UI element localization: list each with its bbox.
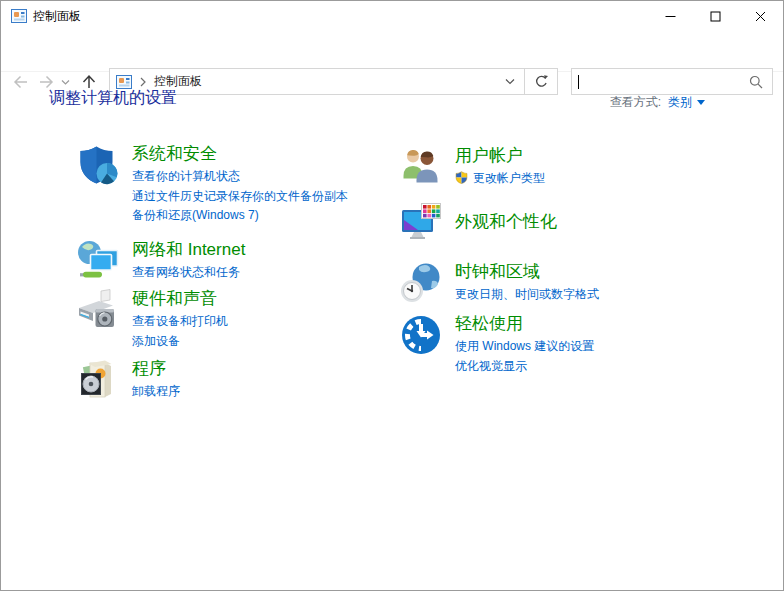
category-title-user-accounts[interactable]: 用户帐户 [455, 143, 724, 169]
window-title: 控制面板 [33, 1, 81, 31]
category-title-hardware-sound[interactable]: 硬件和声音 [132, 286, 401, 312]
category-title-clock-region[interactable]: 时钟和区域 [455, 259, 724, 285]
clock-region-icon[interactable] [399, 261, 443, 305]
category-user-accounts: 用户帐户 更改帐户类型 [399, 143, 724, 191]
link-backup-restore-win7[interactable]: 备份和还原(Windows 7) [132, 206, 401, 226]
page-title: 调整计算机的设置 [49, 87, 177, 109]
view-by-control: 查看方式: 类别 [610, 94, 705, 111]
ease-of-access-icon[interactable] [399, 313, 443, 357]
user-accounts-icon[interactable] [399, 145, 443, 189]
category-title-appearance-personalization[interactable]: 外观和个性化 [455, 209, 724, 235]
link-view-network-status[interactable]: 查看网络状态和任务 [132, 263, 401, 283]
uac-shield-icon [455, 171, 468, 191]
link-optimize-visual-display[interactable]: 优化视觉显示 [455, 357, 724, 377]
search-icon[interactable] [749, 75, 763, 89]
title-bar: 控制面板 [1, 1, 783, 31]
link-check-computer-status[interactable]: 查看你的计算机状态 [132, 167, 401, 187]
search-box[interactable] [571, 68, 773, 95]
navigation-bar: 控制面板 [1, 31, 783, 72]
link-windows-suggested-settings[interactable]: 使用 Windows 建议的设置 [455, 337, 724, 357]
text-caret [578, 75, 579, 89]
category-title-ease-of-access[interactable]: 轻松使用 [455, 311, 724, 337]
control-panel-window: 控制面板 [0, 0, 784, 591]
breadcrumb-chevron-icon[interactable] [140, 77, 146, 87]
link-change-date-time-formats[interactable]: 更改日期、时间或数字格式 [455, 285, 724, 305]
hardware-sound-icon[interactable] [76, 288, 120, 332]
link-add-device[interactable]: 添加设备 [132, 332, 401, 352]
category-title-programs[interactable]: 程序 [132, 356, 401, 382]
close-button[interactable] [738, 1, 783, 31]
category-network-internet: 网络和 Internet 查看网络状态和任务 [76, 237, 401, 283]
system-security-icon[interactable] [76, 143, 120, 187]
minimize-button[interactable] [648, 1, 693, 31]
address-dropdown-chevron[interactable] [496, 69, 524, 94]
link-change-account-type-label[interactable]: 更改帐户类型 [473, 171, 545, 185]
refresh-button[interactable] [525, 69, 557, 94]
back-button[interactable] [10, 71, 32, 93]
category-hardware-sound: 硬件和声音 查看设备和打印机 添加设备 [76, 286, 401, 351]
link-uninstall-program[interactable]: 卸载程序 [132, 382, 401, 402]
dropdown-triangle-icon [697, 100, 705, 105]
category-appearance-personalization: 外观和个性化 [399, 209, 724, 235]
maximize-button[interactable] [693, 1, 738, 31]
link-view-devices-printers[interactable]: 查看设备和打印机 [132, 312, 401, 332]
network-internet-icon[interactable] [76, 239, 120, 283]
category-ease-of-access: 轻松使用 使用 Windows 建议的设置 优化视觉显示 [399, 311, 724, 376]
search-input[interactable] [572, 68, 749, 95]
category-programs: 程序 卸载程序 [76, 356, 401, 402]
link-file-history-backup[interactable]: 通过文件历史记录保存你的文件备份副本 [132, 187, 401, 207]
link-change-account-type[interactable]: 更改帐户类型 [455, 169, 724, 191]
view-by-value[interactable]: 类别 [668, 94, 692, 111]
programs-icon[interactable] [76, 358, 120, 402]
category-clock-region: 时钟和区域 更改日期、时间或数字格式 [399, 259, 724, 305]
control-panel-icon [11, 8, 27, 24]
category-title-system-security[interactable]: 系统和安全 [132, 141, 401, 167]
category-title-network-internet[interactable]: 网络和 Internet [132, 237, 401, 263]
category-system-security: 系统和安全 查看你的计算机状态 通过文件历史记录保存你的文件备份副本 备份和还原… [76, 141, 401, 226]
appearance-personalization-icon[interactable] [399, 199, 443, 243]
view-by-label: 查看方式: [610, 94, 661, 111]
view-by-dropdown[interactable]: 类别 [668, 94, 705, 111]
